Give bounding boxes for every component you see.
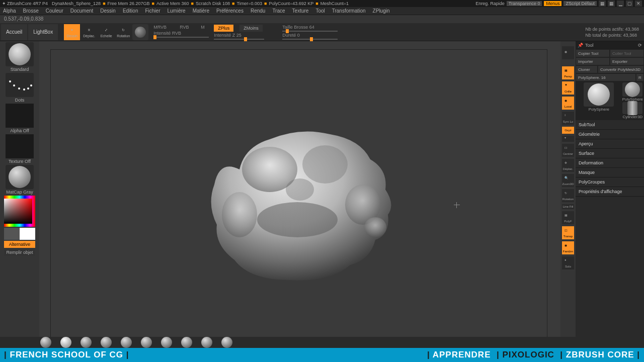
- menu-tool[interactable]: Tool: [315, 8, 325, 14]
- section-mask[interactable]: Masque: [576, 168, 644, 177]
- brush-preset[interactable]: [60, 337, 71, 348]
- layout2-icon[interactable]: ▦: [608, 1, 615, 7]
- scale-mode-button[interactable]: ⤢Echelle: [98, 24, 114, 40]
- brush-preset[interactable]: [80, 337, 92, 348]
- mrvb-toggle[interactable]: MRVB: [153, 25, 174, 30]
- brush-preset[interactable]: [121, 337, 132, 348]
- section-geometry[interactable]: Géométrie: [576, 130, 644, 139]
- color-swatches[interactable]: [4, 228, 35, 240]
- hardness-slider[interactable]: [282, 39, 338, 40]
- move-mode-button[interactable]: ⤧Déplac.: [81, 24, 97, 40]
- zscript-button[interactable]: ZScript Défaut: [564, 1, 597, 6]
- polysphere-field[interactable]: PolySphere. 16: [576, 73, 636, 81]
- frame-button[interactable]: ⊡Centrer: [562, 144, 574, 157]
- layout-icon[interactable]: ▦: [599, 1, 606, 7]
- menu-rendu[interactable]: Rendu: [251, 8, 265, 14]
- brush-preset[interactable]: [181, 337, 192, 348]
- tool-thumb-cylinder[interactable]: Cylinder3D: [622, 102, 643, 119]
- export-button[interactable]: Exporter: [610, 57, 644, 65]
- bpr-button[interactable]: ◉: [562, 46, 574, 59]
- fill-object-button[interactable]: Remplir objet: [4, 249, 35, 256]
- rgb-intensity-slider[interactable]: [153, 37, 209, 38]
- top-toolbar: Accueil LightBox ✦Dessin ⤧Déplac. ⤢Echel…: [0, 23, 644, 41]
- polyf-button[interactable]: ▦PolyF: [562, 211, 574, 224]
- r-button[interactable]: R: [636, 73, 644, 81]
- scratch-disk: Scratch Disk 108: [196, 1, 230, 6]
- paste-tool-button[interactable]: Coller Tool: [610, 49, 644, 57]
- menu-zplugin[interactable]: ZPlugin: [373, 8, 390, 14]
- symlock-button[interactable]: ⦀Sym Lo: [562, 112, 574, 125]
- alternative-button[interactable]: Alternative: [4, 241, 35, 248]
- brush-preset[interactable]: [40, 337, 51, 348]
- menu-dessin[interactable]: Dessin: [100, 8, 116, 14]
- zplus-button[interactable]: ZPlus: [214, 25, 233, 32]
- refresh-icon[interactable]: ⟳: [638, 43, 642, 48]
- tool-panel-header[interactable]: 📌Tool⟳: [576, 41, 644, 49]
- texture-selector[interactable]: Texture Off: [4, 134, 35, 164]
- section-preview[interactable]: Aperçu: [576, 139, 644, 149]
- brush-preset[interactable]: [101, 337, 112, 348]
- draw-mode-button[interactable]: ✦Dessin: [64, 24, 80, 40]
- convert-polymesh-button[interactable]: Convertir PolyMesh3D: [598, 65, 644, 73]
- menu-couleur[interactable]: Couleur: [46, 8, 63, 14]
- floor-button[interactable]: ▼Grille: [562, 81, 574, 95]
- minimize-icon[interactable]: ▁: [617, 1, 624, 7]
- section-display[interactable]: Propriétés d'affichage: [576, 187, 644, 197]
- stroke-selector[interactable]: Dots: [4, 73, 35, 103]
- menus-toggle[interactable]: Menus: [544, 1, 561, 6]
- menu-document[interactable]: Document: [70, 8, 94, 14]
- persp-button[interactable]: ▦Persp: [562, 66, 574, 79]
- menu-matiere[interactable]: Matière: [193, 8, 209, 14]
- copy-tool-button[interactable]: Copier Tool: [576, 49, 610, 57]
- sphere-preview[interactable]: [132, 24, 148, 40]
- menu-transformation[interactable]: Transformation: [332, 8, 366, 14]
- brush-preset[interactable]: [221, 337, 232, 348]
- tool-thumb-current[interactable]: PolySphere: [577, 82, 621, 119]
- viewport[interactable]: [39, 41, 560, 348]
- import-button[interactable]: Importer: [576, 57, 610, 65]
- zoom3d-button[interactable]: 🔍Zoom3D: [562, 174, 574, 187]
- section-deformation[interactable]: Deformation: [576, 158, 644, 168]
- z-intensity-slider[interactable]: [214, 39, 264, 40]
- maximize-icon[interactable]: ▢: [626, 1, 633, 7]
- brush-preset[interactable]: [141, 337, 152, 348]
- m-toggle[interactable]: M: [201, 25, 211, 30]
- clone-button[interactable]: Cloner: [576, 65, 598, 73]
- section-subtool[interactable]: SubTool: [576, 120, 644, 130]
- brush-size-slider[interactable]: [282, 31, 338, 32]
- menu-trace[interactable]: Trace: [272, 8, 285, 14]
- menu-brosse[interactable]: Brosse: [23, 8, 39, 14]
- transp-button[interactable]: ◫Transp: [562, 226, 574, 239]
- alpha-selector[interactable]: Alpha Off: [4, 104, 35, 133]
- linefill-button[interactable]: Line Fill: [562, 204, 574, 209]
- color-picker[interactable]: [4, 196, 35, 227]
- brush-preset[interactable]: [161, 337, 172, 348]
- rotate-view-button[interactable]: ↻Rotation: [562, 189, 574, 202]
- gxyz-button[interactable]: Gxyz: [562, 127, 574, 134]
- menu-preferences[interactable]: Préférences: [216, 8, 244, 14]
- solo-button[interactable]: ●Solo: [562, 256, 574, 269]
- menu-alpha[interactable]: Alpha: [3, 8, 16, 14]
- brush-selector[interactable]: Standard: [4, 42, 35, 72]
- lightbox-button[interactable]: LightBox: [28, 24, 58, 40]
- local-button[interactable]: ◉Local: [562, 97, 574, 110]
- close-icon[interactable]: ✕: [635, 1, 642, 7]
- rotate-mode-button[interactable]: ↻Rotation: [115, 24, 131, 40]
- brush-preset[interactable]: [201, 337, 212, 348]
- xyz-button[interactable]: ▾: [562, 136, 574, 142]
- move-view-button[interactable]: ✥Déplac.: [562, 159, 574, 172]
- menu-edition[interactable]: Edition: [123, 8, 138, 14]
- section-polygroups[interactable]: PolyGroupes: [576, 177, 644, 187]
- ghost-button[interactable]: ◉Fantôm: [562, 241, 574, 254]
- home-button[interactable]: Accueil: [1, 24, 27, 40]
- tool-thumb-polysphere[interactable]: PolySphere: [622, 82, 643, 102]
- menu-fichier[interactable]: Fichier: [145, 8, 160, 14]
- section-surface[interactable]: Surface: [576, 149, 644, 158]
- rvb-toggle[interactable]: RVB: [180, 25, 195, 30]
- zmoins-button[interactable]: ZMoins: [239, 25, 263, 32]
- menu-lumiere[interactable]: Lumière: [167, 8, 185, 14]
- transparency-toggle[interactable]: Transparence 0: [507, 1, 542, 6]
- material-selector[interactable]: MatCap Gray: [4, 165, 35, 195]
- menu-texture[interactable]: Texture: [292, 8, 309, 14]
- quick-save[interactable]: Enreg. Rapide: [475, 1, 505, 6]
